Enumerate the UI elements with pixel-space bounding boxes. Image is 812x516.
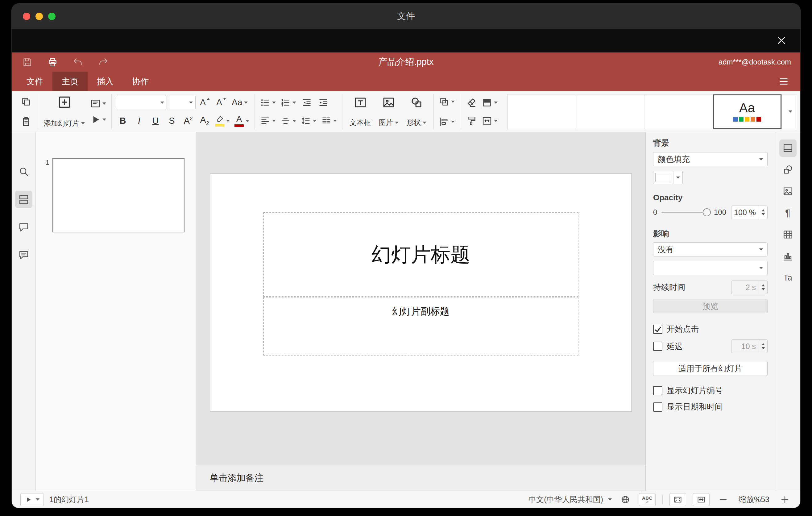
paragraph-settings-tab[interactable]: ¶ xyxy=(779,204,796,222)
document-language-button[interactable] xyxy=(618,493,632,506)
slide-canvas[interactable]: 幻灯片标题 幻灯片副标题 xyxy=(196,132,645,465)
show-slide-number-checkbox[interactable] xyxy=(653,386,662,395)
spinner-up-icon[interactable] xyxy=(762,209,765,211)
delay-spinner[interactable]: 10 s xyxy=(731,340,767,353)
sidebar-slides-button[interactable] xyxy=(15,191,32,208)
subtitle-placeholder[interactable]: 幻灯片副标题 xyxy=(263,297,578,355)
paste-button[interactable] xyxy=(19,114,33,129)
preview-button[interactable]: 预览 xyxy=(653,299,767,313)
copy-style-button[interactable] xyxy=(464,114,478,128)
theme-thumbnail[interactable] xyxy=(644,94,713,129)
effect-select[interactable]: 没有 xyxy=(653,242,767,256)
line-spacing-button[interactable] xyxy=(299,114,318,128)
font-name-select[interactable] xyxy=(116,96,167,109)
slide-settings-tab[interactable] xyxy=(779,140,796,157)
underline-button[interactable]: U xyxy=(148,114,163,128)
notes-area[interactable]: 单击添加备注 xyxy=(196,465,645,491)
opacity-slider[interactable] xyxy=(662,212,709,213)
start-slideshow-status-button[interactable] xyxy=(20,493,44,506)
spinner-up-icon[interactable] xyxy=(762,343,765,345)
minimize-window-button[interactable] xyxy=(35,13,43,20)
print-button[interactable] xyxy=(46,56,59,68)
spinner-up-icon[interactable] xyxy=(762,284,765,286)
close-window-button[interactable] xyxy=(23,13,30,20)
image-settings-tab[interactable] xyxy=(779,183,796,200)
subscript-button[interactable]: A2 xyxy=(198,114,212,128)
align-shapes-button[interactable] xyxy=(438,114,456,129)
insert-image-button[interactable]: 图片 xyxy=(376,94,402,129)
language-selector[interactable]: 中文(中华人民共和国) xyxy=(528,494,612,505)
decrease-font-size-button[interactable]: A xyxy=(214,95,228,110)
zoom-out-button[interactable] xyxy=(716,493,730,506)
start-on-click-checkbox[interactable] xyxy=(653,325,662,334)
tab-file[interactable]: 文件 xyxy=(17,71,53,91)
delay-checkbox[interactable] xyxy=(653,342,662,351)
apply-to-all-slides-button[interactable]: 适用于所有幻灯片 xyxy=(653,361,767,376)
add-slide-button[interactable]: 添加幻灯片 xyxy=(41,94,87,129)
spinner-down-icon[interactable] xyxy=(762,347,765,349)
start-slideshow-button[interactable] xyxy=(89,113,107,127)
slide[interactable]: 幻灯片标题 幻灯片副标题 xyxy=(210,174,631,411)
opacity-spinner[interactable]: 100 % xyxy=(731,205,767,219)
change-case-button[interactable]: Aa xyxy=(230,95,249,110)
effect-option-select[interactable] xyxy=(653,261,767,275)
italic-button[interactable]: I xyxy=(132,114,146,128)
increase-font-size-button[interactable]: A xyxy=(198,95,212,110)
theme-thumbnail-selected[interactable]: Aa xyxy=(713,94,781,129)
left-sidebar xyxy=(12,132,36,491)
vertical-align-button[interactable] xyxy=(279,114,297,128)
superscript-button[interactable]: A2 xyxy=(181,114,195,128)
theme-thumbnail[interactable] xyxy=(508,94,576,129)
close-icon[interactable] xyxy=(774,33,789,48)
save-button[interactable] xyxy=(21,56,33,68)
bullet-list-button[interactable] xyxy=(259,95,277,110)
bold-button[interactable]: B xyxy=(116,114,130,128)
tab-collaboration[interactable]: 协作 xyxy=(123,71,158,91)
slide-layout-button[interactable] xyxy=(89,96,107,111)
arrange-shapes-button[interactable] xyxy=(438,94,456,109)
spinner-down-icon[interactable] xyxy=(762,288,765,290)
sidebar-comments-button[interactable] xyxy=(15,219,32,236)
highlight-color-button[interactable] xyxy=(214,114,231,128)
show-datetime-checkbox[interactable] xyxy=(653,402,662,412)
columns-button[interactable] xyxy=(320,114,338,128)
shape-settings-tab[interactable] xyxy=(779,161,796,178)
sidebar-search-button[interactable] xyxy=(15,163,32,180)
decrease-indent-button[interactable] xyxy=(299,95,314,110)
insert-textbox-button[interactable]: 文本框 xyxy=(346,94,374,129)
undo-button[interactable] xyxy=(71,56,84,68)
horizontal-align-button[interactable] xyxy=(259,114,277,128)
clear-style-button[interactable] xyxy=(464,95,478,110)
shape-fill-button[interactable] xyxy=(481,95,499,110)
tab-insert[interactable]: 插入 xyxy=(88,71,123,91)
fullscreen-window-button[interactable] xyxy=(48,13,56,20)
fit-to-slide-button[interactable] xyxy=(669,493,686,506)
increase-indent-button[interactable] xyxy=(316,95,330,110)
font-color-button[interactable]: A xyxy=(233,114,251,128)
duration-spinner[interactable]: 2 s xyxy=(731,281,767,294)
background-color-select[interactable] xyxy=(653,171,683,184)
zoom-in-button[interactable] xyxy=(778,493,792,506)
tab-home[interactable]: 主页 xyxy=(53,71,88,91)
title-placeholder[interactable]: 幻灯片标题 xyxy=(263,212,578,297)
strikethrough-button[interactable]: S xyxy=(165,114,179,128)
chart-settings-tab[interactable] xyxy=(779,248,796,265)
slide-size-button[interactable] xyxy=(481,114,499,128)
numbered-list-button[interactable] xyxy=(279,95,297,110)
fit-to-width-button[interactable] xyxy=(693,493,709,506)
table-settings-tab[interactable] xyxy=(779,226,796,243)
slide-thumbnail[interactable] xyxy=(53,158,184,232)
sidebar-chat-button[interactable] xyxy=(15,246,32,263)
redo-button[interactable] xyxy=(97,56,109,68)
theme-gallery-expand-button[interactable] xyxy=(781,94,797,129)
font-size-select[interactable] xyxy=(169,96,196,109)
spinner-down-icon[interactable] xyxy=(762,213,765,216)
text-art-settings-tab[interactable]: Ta xyxy=(779,269,796,286)
menu-button[interactable] xyxy=(776,75,791,88)
insert-shape-button[interactable]: 形状 xyxy=(404,94,430,129)
copy-button[interactable] xyxy=(19,94,33,109)
slider-knob[interactable] xyxy=(703,208,711,216)
theme-thumbnail[interactable] xyxy=(576,94,644,129)
background-fill-select[interactable]: 颜色填充 xyxy=(653,152,767,166)
spell-check-button[interactable]: ABC xyxy=(639,493,656,506)
